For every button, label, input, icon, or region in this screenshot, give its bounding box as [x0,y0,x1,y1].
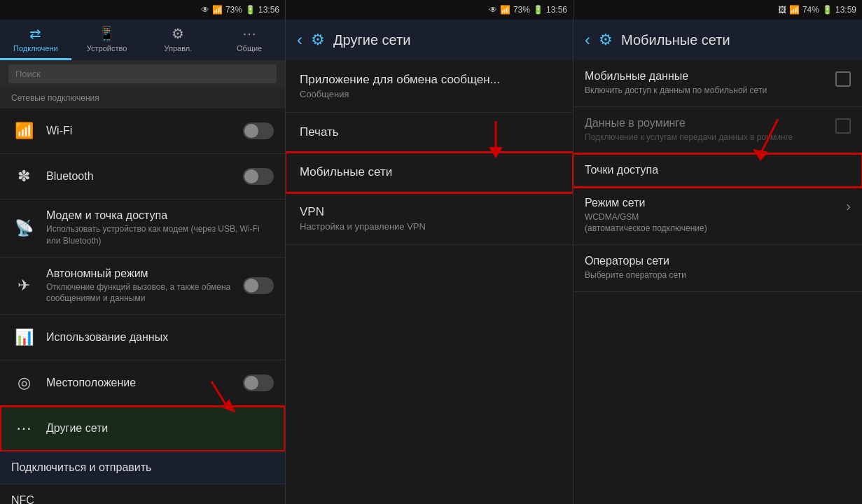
settings-gear-icon-3: ⚙ [599,31,613,49]
data-usage-title: Использование данных [46,331,274,344]
mobile-networks-title: Мобильные сети [300,165,559,179]
settings-item-wifi[interactable]: 📶 Wi-Fi [0,108,285,154]
signal-icon-3: 📶 [789,5,800,15]
eye-icon-2: 👁 [489,5,497,15]
tab-general[interactable]: ⋯ Общие [214,20,285,60]
settings-item-roaming[interactable]: Данные в роуминге Подключение к услугам … [573,107,862,154]
bluetooth-title: Bluetooth [46,170,243,183]
messaging-title: Приложение для обмена сообщен... [300,73,559,87]
roaming-checkbox[interactable] [835,118,851,134]
status-icons-3: 🖼 📶 74% 🔋 13:59 [778,5,856,15]
tab-connections-icon: ⇄ [29,25,41,42]
airplane-toggle[interactable] [243,277,274,294]
settings-list: 📶 Wi-Fi ✽ Bluetooth 📡 Модем и точка дост… [0,108,285,504]
network-mode-chevron: › [846,198,851,214]
battery-text-1: 73% [225,5,242,15]
tab-general-label: Общие [237,44,262,52]
mobile-data-title: Мобильные данные [585,70,828,83]
roaming-sub: Подключение к услугам передачи данных в … [585,132,828,144]
battery-text-3: 74% [802,5,819,15]
modem-title: Модем и точка доступа [46,209,274,222]
tab-controls-label: Управл. [164,44,192,52]
battery-icon-3: 🔋 [822,5,833,15]
settings-item-data-usage[interactable]: 📊 Использование данных [0,315,285,360]
status-bar-2: 👁 📶 73% 🔋 13:56 [286,0,573,20]
airplane-icon: ✈ [11,273,36,298]
panel-3: 🖼 📶 74% 🔋 13:59 ‹ ⚙ Мобильные сети Мобил… [573,0,862,504]
back-button-3[interactable]: ‹ [585,30,590,50]
mobile-data-checkbox[interactable] [835,71,851,87]
settings-item-mobile-data[interactable]: Мобильные данные Включить доступ к данны… [573,60,862,107]
operators-sub: Выберите оператора сети [585,270,844,281]
eye-icon: 👁 [201,5,209,15]
time-3: 13:59 [835,5,856,15]
page-title-3: Мобильные сети [621,32,730,48]
wifi-icon: 📶 [11,118,36,144]
settings-item-location[interactable]: ◎ Местоположение [0,360,285,406]
nfc-title: NFC [11,494,274,504]
network-mode-sub: WCDMA/GSM(автоматическое подключение) [585,211,839,235]
connect-send-title: Подключиться и отправить [11,461,274,474]
menu-item-vpn[interactable]: VPN Настройка и управление VPN [286,192,573,245]
data-usage-icon: 📊 [11,325,36,350]
status-icons-2: 👁 📶 73% 🔋 13:56 [489,5,567,15]
tab-device[interactable]: 📱 Устройство [71,20,143,60]
page-header-3: ‹ ⚙ Мобильные сети [573,20,862,60]
vpn-sub: Настройка и управление VPN [300,221,559,232]
settings-item-nfc[interactable]: NFC [0,484,285,504]
access-points-title: Точки доступа [585,164,844,176]
battery-icon-2: 🔋 [533,5,543,15]
settings-item-bluetooth[interactable]: ✽ Bluetooth [0,154,285,200]
bluetooth-icon: ✽ [11,164,36,189]
time-2: 13:56 [546,5,567,15]
vpn-title: VPN [300,205,559,219]
modem-icon: 📡 [11,216,36,241]
menu-item-print[interactable]: Печать [286,113,573,153]
tab-general-icon: ⋯ [242,25,256,42]
menu-item-messaging[interactable]: Приложение для обмена сообщен... Сообщен… [286,60,573,113]
wifi-title: Wi-Fi [46,125,243,137]
battery-icon-1: 🔋 [245,5,256,15]
settings-gear-icon: ⚙ [311,31,325,49]
tab-device-icon: 📱 [98,25,116,42]
settings-item-network-mode[interactable]: Режим сети WCDMA/GSM(автоматическое подк… [573,187,862,246]
operators-title: Операторы сети [585,255,844,267]
wifi-toggle[interactable] [243,122,274,139]
photo-icon-3: 🖼 [778,5,786,15]
signal-icon: 📶 [212,5,223,15]
back-button-2[interactable]: ‹ [297,30,303,50]
menu-item-mobile-networks[interactable]: Мобильные сети [286,153,573,192]
other-networks-icon: ⋯ [11,416,36,441]
settings-item-network-operators[interactable]: Операторы сети Выберите оператора сети [573,245,862,292]
nav-tabs: ⇄ Подключени 📱 Устройство ⚙ Управл. ⋯ Об… [0,20,285,60]
settings-item-connect-send[interactable]: Подключиться и отправить [0,451,285,484]
messaging-sub: Сообщения [300,89,559,99]
status-icons-1: 👁 📶 73% 🔋 13:56 [201,5,279,15]
tab-device-label: Устройство [87,44,127,52]
settings-item-other-networks[interactable]: ⋯ Другие сети [0,406,285,451]
time-1: 13:56 [258,5,279,15]
settings-item-airplane[interactable]: ✈ Автономный режим Отключение функций вы… [0,258,285,316]
modem-subtitle: Использовать устройство как модем (через… [46,223,274,247]
search-bar [0,60,285,88]
tab-controls[interactable]: ⚙ Управл. [143,20,214,60]
battery-text-2: 73% [513,5,530,15]
panel-1: 👁 📶 73% 🔋 13:56 ⇄ Подключени 📱 Устройств… [0,0,286,504]
menu-list-2: Приложение для обмена сообщен... Сообщен… [286,60,573,245]
page-title-2: Другие сети [333,32,410,48]
settings-item-modem[interactable]: 📡 Модем и точка доступа Использовать уст… [0,200,285,258]
settings-list-3: Мобильные данные Включить доступ к данны… [573,60,862,292]
page-header-2: ‹ ⚙ Другие сети [286,20,573,60]
bluetooth-toggle[interactable] [243,168,274,185]
signal-icon-2: 📶 [500,5,510,15]
search-input[interactable] [8,64,277,83]
panel-2: 👁 📶 73% 🔋 13:56 ‹ ⚙ Другие сети Приложен… [286,0,573,504]
airplane-subtitle: Отключение функций вызовов, а также обме… [46,281,243,305]
settings-item-access-points[interactable]: Точки доступа [573,154,862,187]
tab-connections[interactable]: ⇄ Подключени [0,20,71,60]
location-title: Местоположение [46,377,243,389]
section-header-network: Сетевые подключения [0,88,285,108]
location-toggle[interactable] [243,374,274,391]
status-bar-1: 👁 📶 73% 🔋 13:56 [0,0,285,20]
roaming-title: Данные в роуминге [585,117,828,130]
